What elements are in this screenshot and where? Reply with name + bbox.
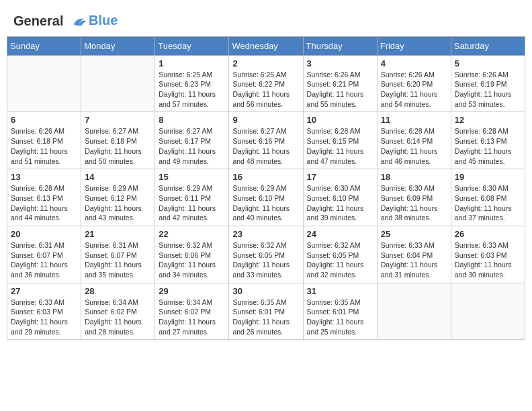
calendar-cell: 22Sunrise: 6:32 AMSunset: 6:06 PMDayligh… (155, 226, 229, 283)
calendar-cell (81, 55, 155, 112)
day-number: 20 (11, 229, 77, 239)
calendar-cell: 12Sunrise: 6:28 AMSunset: 6:13 PMDayligh… (451, 112, 525, 169)
calendar-week-row: 20Sunrise: 6:31 AMSunset: 6:07 PMDayligh… (7, 226, 525, 283)
cell-info: Sunrise: 6:30 AMSunset: 6:10 PMDaylight:… (307, 183, 373, 223)
day-header-monday: Monday (81, 36, 155, 55)
calendar-cell: 3Sunrise: 6:26 AMSunset: 6:21 PMDaylight… (303, 55, 377, 112)
calendar-cell: 7Sunrise: 6:27 AMSunset: 6:18 PMDaylight… (81, 112, 155, 169)
day-number: 23 (232, 229, 299, 239)
day-number: 21 (85, 229, 151, 239)
day-number: 10 (307, 115, 373, 125)
cell-info: Sunrise: 6:28 AMSunset: 6:14 PMDaylight:… (381, 126, 447, 166)
day-number: 5 (455, 58, 521, 68)
day-number: 1 (159, 58, 225, 68)
day-number: 27 (11, 286, 77, 296)
cell-info: Sunrise: 6:31 AMSunset: 6:07 PMDaylight:… (11, 240, 77, 280)
day-number: 6 (11, 115, 77, 125)
day-header-wednesday: Wednesday (229, 36, 303, 55)
day-header-sunday: Sunday (7, 36, 81, 55)
calendar-cell: 5Sunrise: 6:26 AMSunset: 6:19 PMDaylight… (451, 55, 525, 112)
day-number: 13 (11, 172, 77, 182)
day-number: 29 (159, 286, 225, 296)
day-number: 26 (455, 229, 521, 239)
cell-info: Sunrise: 6:33 AMSunset: 6:04 PMDaylight:… (381, 240, 447, 280)
cell-info: Sunrise: 6:26 AMSunset: 6:20 PMDaylight:… (381, 70, 447, 109)
calendar-cell: 16Sunrise: 6:29 AMSunset: 6:10 PMDayligh… (229, 169, 303, 226)
cell-info: Sunrise: 6:28 AMSunset: 6:15 PMDaylight:… (307, 126, 373, 166)
calendar-cell: 9Sunrise: 6:27 AMSunset: 6:16 PMDaylight… (229, 112, 303, 169)
day-number: 31 (307, 286, 373, 296)
calendar-cell: 23Sunrise: 6:32 AMSunset: 6:05 PMDayligh… (229, 226, 303, 283)
calendar-cell: 6Sunrise: 6:26 AMSunset: 6:18 PMDaylight… (7, 112, 81, 169)
day-number: 9 (232, 115, 299, 125)
day-number: 14 (85, 172, 151, 182)
cell-info: Sunrise: 6:34 AMSunset: 6:02 PMDaylight:… (159, 298, 225, 337)
logo-text-blue: Blue (89, 13, 118, 28)
calendar-cell: 29Sunrise: 6:34 AMSunset: 6:02 PMDayligh… (155, 283, 229, 340)
day-number: 28 (85, 286, 151, 296)
day-number: 19 (455, 172, 521, 182)
calendar-cell: 24Sunrise: 6:32 AMSunset: 6:05 PMDayligh… (303, 226, 377, 283)
day-number: 11 (381, 115, 447, 125)
cell-info: Sunrise: 6:28 AMSunset: 6:13 PMDaylight:… (455, 126, 521, 166)
calendar-cell (7, 55, 81, 112)
calendar-cell: 18Sunrise: 6:30 AMSunset: 6:09 PMDayligh… (377, 169, 451, 226)
calendar-header-row: SundayMondayTuesdayWednesdayThursdayFrid… (7, 36, 525, 55)
day-number: 16 (232, 172, 299, 182)
cell-info: Sunrise: 6:35 AMSunset: 6:01 PMDaylight:… (307, 298, 373, 337)
calendar-cell: 17Sunrise: 6:30 AMSunset: 6:10 PMDayligh… (303, 169, 377, 226)
day-number: 30 (232, 286, 299, 296)
calendar-cell: 25Sunrise: 6:33 AMSunset: 6:04 PMDayligh… (377, 226, 451, 283)
cell-info: Sunrise: 6:33 AMSunset: 6:03 PMDaylight:… (455, 240, 521, 280)
cell-info: Sunrise: 6:25 AMSunset: 6:23 PMDaylight:… (159, 70, 225, 109)
calendar-cell: 20Sunrise: 6:31 AMSunset: 6:07 PMDayligh… (7, 226, 81, 283)
day-number: 4 (381, 58, 447, 68)
calendar-cell: 2Sunrise: 6:25 AMSunset: 6:22 PMDaylight… (229, 55, 303, 112)
day-header-tuesday: Tuesday (155, 36, 229, 55)
day-number: 8 (159, 115, 225, 125)
calendar-week-row: 1Sunrise: 6:25 AMSunset: 6:23 PMDaylight… (7, 55, 525, 112)
calendar-table: SundayMondayTuesdayWednesdayThursdayFrid… (7, 36, 525, 340)
cell-info: Sunrise: 6:35 AMSunset: 6:01 PMDaylight:… (232, 298, 299, 337)
page-header: General Blue (7, 7, 525, 33)
calendar-cell: 8Sunrise: 6:27 AMSunset: 6:17 PMDaylight… (155, 112, 229, 169)
day-number: 18 (381, 172, 447, 182)
cell-info: Sunrise: 6:32 AMSunset: 6:05 PMDaylight:… (307, 240, 373, 280)
cell-info: Sunrise: 6:26 AMSunset: 6:21 PMDaylight:… (307, 70, 373, 109)
calendar-cell: 28Sunrise: 6:34 AMSunset: 6:02 PMDayligh… (81, 283, 155, 340)
day-number: 22 (159, 229, 225, 239)
cell-info: Sunrise: 6:27 AMSunset: 6:18 PMDaylight:… (85, 126, 151, 166)
calendar-cell: 10Sunrise: 6:28 AMSunset: 6:15 PMDayligh… (303, 112, 377, 169)
calendar-cell (451, 283, 525, 340)
calendar-cell (377, 283, 451, 340)
logo: General Blue (13, 13, 118, 30)
logo-text-general: General (13, 13, 63, 28)
cell-info: Sunrise: 6:26 AMSunset: 6:19 PMDaylight:… (455, 70, 521, 109)
cell-info: Sunrise: 6:27 AMSunset: 6:16 PMDaylight:… (232, 126, 299, 166)
day-number: 15 (159, 172, 225, 182)
day-header-thursday: Thursday (303, 36, 377, 55)
cell-info: Sunrise: 6:34 AMSunset: 6:02 PMDaylight:… (85, 298, 151, 337)
calendar-cell: 21Sunrise: 6:31 AMSunset: 6:07 PMDayligh… (81, 226, 155, 283)
day-header-friday: Friday (377, 36, 451, 55)
calendar-cell: 13Sunrise: 6:28 AMSunset: 6:13 PMDayligh… (7, 169, 81, 226)
day-number: 24 (307, 229, 373, 239)
calendar-cell: 1Sunrise: 6:25 AMSunset: 6:23 PMDaylight… (155, 55, 229, 112)
calendar-cell: 11Sunrise: 6:28 AMSunset: 6:14 PMDayligh… (377, 112, 451, 169)
cell-info: Sunrise: 6:29 AMSunset: 6:12 PMDaylight:… (85, 183, 151, 223)
calendar-cell: 4Sunrise: 6:26 AMSunset: 6:20 PMDaylight… (377, 55, 451, 112)
logo-bird-icon (70, 15, 89, 30)
cell-info: Sunrise: 6:26 AMSunset: 6:18 PMDaylight:… (11, 126, 77, 166)
day-number: 3 (307, 58, 373, 68)
cell-info: Sunrise: 6:27 AMSunset: 6:17 PMDaylight:… (159, 126, 225, 166)
calendar-cell: 19Sunrise: 6:30 AMSunset: 6:08 PMDayligh… (451, 169, 525, 226)
cell-info: Sunrise: 6:33 AMSunset: 6:03 PMDaylight:… (11, 298, 77, 337)
calendar-cell: 30Sunrise: 6:35 AMSunset: 6:01 PMDayligh… (229, 283, 303, 340)
cell-info: Sunrise: 6:30 AMSunset: 6:08 PMDaylight:… (455, 183, 521, 223)
cell-info: Sunrise: 6:32 AMSunset: 6:05 PMDaylight:… (232, 240, 299, 280)
cell-info: Sunrise: 6:30 AMSunset: 6:09 PMDaylight:… (381, 183, 447, 223)
day-number: 7 (85, 115, 151, 125)
calendar-week-row: 6Sunrise: 6:26 AMSunset: 6:18 PMDaylight… (7, 112, 525, 169)
day-number: 12 (455, 115, 521, 125)
cell-info: Sunrise: 6:29 AMSunset: 6:11 PMDaylight:… (159, 183, 225, 223)
